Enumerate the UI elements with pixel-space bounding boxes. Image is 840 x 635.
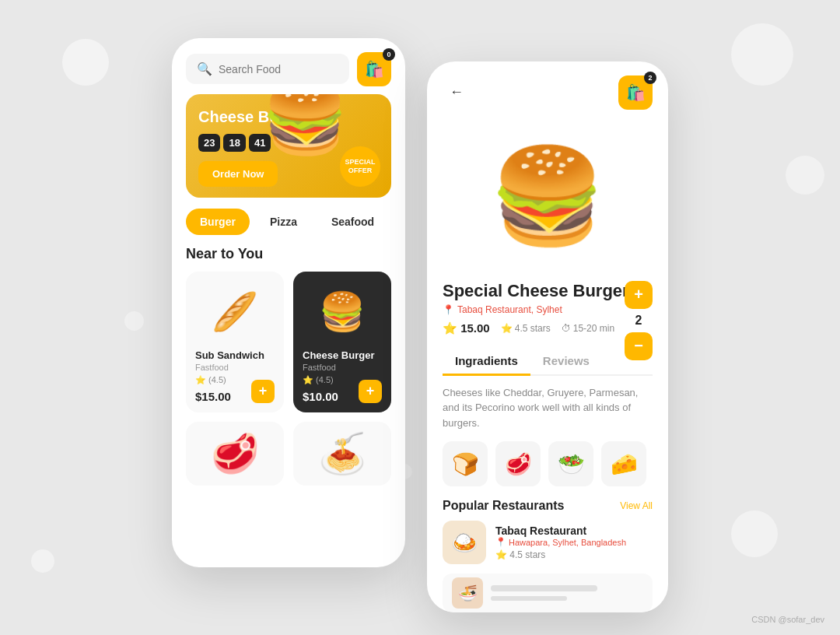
ingredient-meat: 🥩 — [495, 441, 541, 486]
banner-title: Cheese Burger — [198, 108, 379, 126]
timer-minutes: 18 — [223, 134, 245, 152]
product-details: Special Cheese Burger 📍 Tabaq Restaurant… — [427, 273, 668, 335]
quantity-decrease-button[interactable]: − — [625, 332, 653, 360]
tab-reviews[interactable]: Reviews — [530, 348, 602, 376]
order-now-button[interactable]: Order Now — [198, 161, 278, 187]
restaurant-2-info — [491, 585, 643, 601]
product-time: ⏱ 15-20 min — [562, 323, 614, 334]
food-card-sub-sandwich: 🥖 Sub Sandwich Fastfood ⭐ (4.5) $15.00 + — [186, 272, 284, 412]
food-category-2: Fastfood — [303, 363, 382, 372]
restaurant-2-loc-placeholder — [491, 596, 567, 601]
ingredients-row: 🍞 🥩 🥗 🧀 — [427, 441, 668, 499]
food-image-steak: 🥩 — [211, 431, 259, 476]
restaurant-rating: ⭐ 4.5 stars — [495, 549, 653, 560]
search-input[interactable] — [219, 63, 338, 75]
product-restaurant: 📍 Tabaq Restaurant, Sylhet — [443, 304, 653, 315]
food-grid: 🥖 Sub Sandwich Fastfood ⭐ (4.5) $15.00 +… — [172, 272, 405, 486]
tab-burger[interactable]: Burger — [186, 209, 250, 235]
timer-seconds: 41 — [249, 134, 271, 152]
search-bar: 🔍 🛍️ 0 — [172, 38, 405, 94]
tab-pizza[interactable]: Pizza — [256, 209, 311, 235]
food-card-cheese-burger: 🍔 Cheese Burger Fastfood ⭐ (4.5) $10.00 … — [293, 272, 391, 412]
detail-header: ← 🛍️ 2 — [427, 61, 668, 118]
category-tabs: Burger Pizza Seafood Dessert — [172, 198, 405, 246]
search-input-wrap[interactable]: 🔍 — [186, 54, 349, 84]
phone-2: ← 🛍️ 2 🍔 Special Cheese Burger 📍 Tabaq R… — [427, 61, 668, 613]
restaurant-image: 🍛 — [443, 521, 486, 564]
product-meta: ⭐ 15.00 ⭐ 4.5 stars ⏱ 15-20 min — [443, 321, 653, 335]
timer-label: hrs — [275, 137, 289, 148]
search-icon: 🔍 — [197, 61, 212, 76]
phone-1: 🔍 🛍️ 0 Cheese Burger 23 18 41 hrs Order … — [172, 38, 405, 567]
cart-icon: 🛍️ — [365, 60, 384, 79]
restaurant-name: Tabaq Restaurant — [495, 524, 653, 537]
tab-ingredients[interactable]: Ingradients — [443, 348, 530, 376]
food-image-sub-sandwich: 🥖 — [195, 281, 275, 343]
product-name: Special Cheese Burger — [443, 281, 653, 301]
dec-dot-6 — [731, 510, 778, 557]
detail-cart-badge: 2 — [644, 72, 656, 84]
ingredient-cheese: 🧀 — [601, 441, 646, 486]
dec-dot-1 — [62, 39, 109, 86]
product-stars: ⭐ 4.5 stars — [501, 323, 551, 334]
ingredient-salad: 🥗 — [548, 441, 593, 486]
location-pin-icon: 📍 — [443, 304, 454, 315]
restaurant-info: Tabaq Restaurant 📍 Hawapara, Sylhet, Ban… — [495, 524, 653, 560]
product-price: ⭐ 15.00 — [443, 321, 490, 335]
food-card-pasta: 🍝 — [293, 422, 391, 486]
tab-seafood[interactable]: Seafood — [317, 209, 388, 235]
food-name-1: Sub Sandwich — [195, 349, 275, 361]
restaurant-location-pin-icon: 📍 — [495, 537, 506, 547]
add-cheese-burger-button[interactable]: + — [359, 380, 382, 403]
detail-cart-icon: 🛍️ — [626, 83, 646, 102]
restaurant-location: 📍 Hawapara, Sylhet, Bangladesh — [495, 537, 653, 547]
food-category-1: Fastfood — [195, 363, 275, 372]
cart-button[interactable]: 🛍️ 0 — [357, 52, 391, 86]
food-card-steak: 🥩 — [186, 422, 284, 486]
restaurant-2-image: 🍜 — [452, 577, 483, 609]
product-image: 🍔 — [427, 118, 668, 273]
add-sub-sandwich-button[interactable]: + — [251, 380, 275, 403]
detail-cart-button[interactable]: 🛍️ 2 — [618, 75, 653, 110]
special-offer-badge: SPECIALOFFER — [340, 146, 380, 187]
restaurant-2-name-placeholder — [491, 585, 597, 591]
food-name-2: Cheese Burger — [303, 349, 382, 361]
quantity-increase-button[interactable]: + — [625, 281, 653, 309]
quantity-value: 2 — [635, 314, 642, 328]
restaurant-card-2-preview: 🍜 — [443, 574, 653, 612]
food-image-pasta: 🍝 — [318, 431, 366, 476]
dec-dot-7 — [124, 311, 144, 331]
quantity-controls: + 2 − — [625, 281, 653, 360]
food-image-cheese-burger: 🍔 — [303, 281, 382, 343]
near-to-you-title: Near to You — [172, 246, 405, 272]
popular-restaurants-title: Popular Restaurants — [443, 499, 564, 513]
back-button[interactable]: ← — [443, 79, 471, 107]
popular-restaurants-header: Popular Restaurants View All — [427, 499, 668, 521]
product-tabs: Ingradients Reviews — [443, 348, 653, 376]
ingredient-bread: 🍞 — [443, 441, 488, 486]
restaurant-card-tabaq: 🍛 Tabaq Restaurant 📍 Hawapara, Sylhet, B… — [427, 521, 668, 574]
phones-container: 🔍 🛍️ 0 Cheese Burger 23 18 41 hrs Order … — [172, 38, 668, 613]
dec-dot-5 — [31, 549, 54, 573]
dec-dot-4 — [786, 156, 824, 195]
view-all-button[interactable]: View All — [620, 500, 653, 511]
tab-dessert[interactable]: Dessert — [394, 209, 405, 235]
cart-badge: 0 — [383, 48, 395, 61]
promo-banner: Cheese Burger 23 18 41 hrs Order Now SPE… — [186, 94, 391, 198]
dec-dot-3 — [731, 23, 793, 86]
watermark: CSDN @sofar_dev — [751, 615, 824, 624]
product-description: Cheeses like Cheddar, Gruyere, Parmesan,… — [427, 385, 668, 442]
timer-hours: 23 — [198, 134, 220, 152]
